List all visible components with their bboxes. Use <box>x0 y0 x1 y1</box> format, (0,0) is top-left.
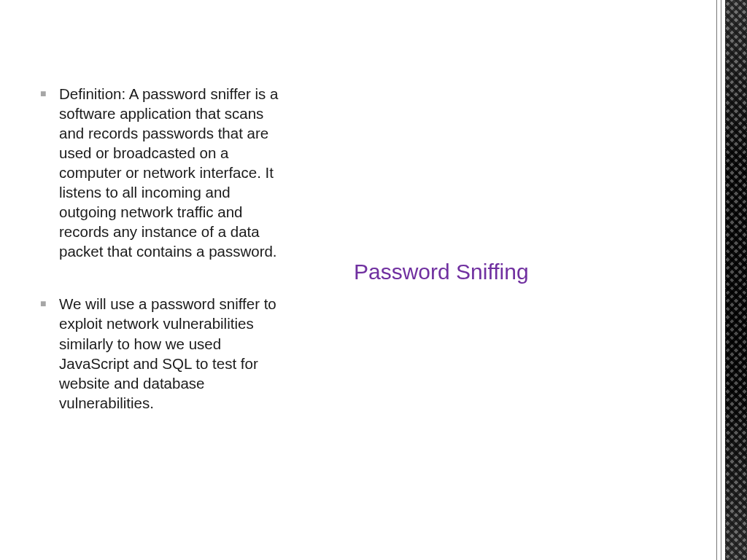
bullet-list: ■ Definition: A password sniffer is a so… <box>40 84 288 446</box>
list-item: ■ We will use a password sniffer to expl… <box>40 294 288 412</box>
pattern-strip <box>725 0 747 560</box>
bullet-marker-icon: ■ <box>40 89 49 98</box>
bullet-text: Definition: A password sniffer is a soft… <box>59 84 288 261</box>
slide: ■ Definition: A password sniffer is a so… <box>0 0 747 560</box>
list-item: ■ Definition: A password sniffer is a so… <box>40 84 288 261</box>
bullet-text: We will use a password sniffer to exploi… <box>59 294 288 412</box>
divider-line <box>716 0 717 560</box>
slide-title: Password Sniffing <box>354 260 529 284</box>
divider-line <box>721 0 721 560</box>
slide-right-decoration <box>716 0 747 560</box>
bullet-marker-icon: ■ <box>40 299 49 308</box>
